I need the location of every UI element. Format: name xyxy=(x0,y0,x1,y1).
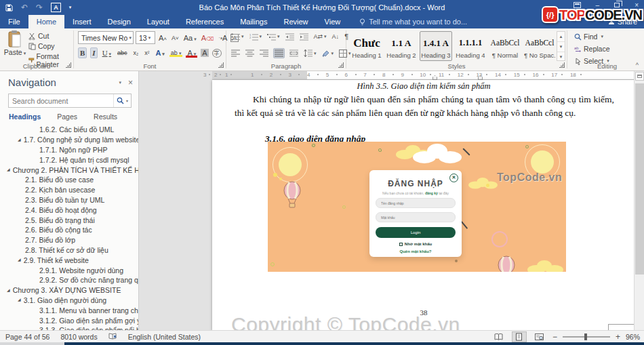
tab-layout[interactable]: Layout xyxy=(139,15,178,28)
align-left-icon[interactable] xyxy=(230,49,241,58)
copy-button[interactable]: Copy xyxy=(28,42,73,50)
change-case-button[interactable]: Aa xyxy=(182,33,198,43)
search-icon[interactable] xyxy=(117,97,124,104)
align-center-icon[interactable] xyxy=(245,49,255,58)
tab-review[interactable]: Review xyxy=(276,15,317,28)
scrollbar-thumb[interactable] xyxy=(635,83,644,275)
nav-tab-headings[interactable]: Headings xyxy=(9,113,41,121)
ruler-toggle-icon[interactable] xyxy=(635,72,644,81)
styles-dialog-launcher-icon[interactable] xyxy=(559,62,565,68)
font-color-icon[interactable]: A xyxy=(186,48,197,58)
text-effects-icon[interactable]: A xyxy=(154,48,165,58)
clear-formatting-icon[interactable]: A⌫ xyxy=(200,33,216,43)
style--normal[interactable]: AaBbCcl¶ Normal xyxy=(489,31,521,61)
zoom-slider-thumb[interactable] xyxy=(584,333,587,340)
align-right-icon[interactable] xyxy=(259,49,269,58)
paragraph-dialog-launcher-icon[interactable] xyxy=(338,62,344,68)
character-shading-icon[interactable]: A xyxy=(201,49,208,57)
nav-heading-item[interactable]: 3.1.2. Giao diện sản phẩm gợi ý xyxy=(0,315,138,325)
subscript-button[interactable]: x₂ xyxy=(132,49,140,57)
tab-home[interactable]: Home xyxy=(28,15,64,28)
styles-more-icon[interactable]: ▼ xyxy=(557,52,565,62)
read-mode-icon[interactable] xyxy=(491,331,506,342)
nav-heading-item[interactable]: ◢3.1. Giao diện người dùng xyxy=(0,296,138,306)
nav-heading-item[interactable]: 3.1.3. Giao diện sản phẩm nổi bật xyxy=(0,325,138,330)
highlight-color-icon[interactable]: ab xyxy=(169,49,183,57)
enclose-characters-icon[interactable]: 字 xyxy=(212,49,222,58)
superscript-button[interactable]: x² xyxy=(143,49,150,57)
navigation-pane-close-icon[interactable]: × xyxy=(128,78,133,87)
cut-button[interactable]: Cut xyxy=(28,32,73,40)
numbering-icon[interactable]: 12 xyxy=(249,33,263,41)
tab-references[interactable]: References xyxy=(178,15,232,28)
collapse-arrow-icon[interactable]: ◢ xyxy=(7,167,10,171)
styles-scroll-down-icon[interactable]: ▼ xyxy=(557,42,565,52)
collapse-arrow-icon[interactable]: ◢ xyxy=(7,287,10,292)
decrease-indent-icon[interactable] xyxy=(285,33,295,41)
nav-tab-pages[interactable]: Pages xyxy=(57,113,77,121)
line-spacing-icon[interactable] xyxy=(303,49,317,58)
shrink-font-button[interactable]: A˅ xyxy=(170,34,180,42)
navigation-pane-options-icon[interactable]: ▾ xyxy=(119,80,121,85)
search-options-caret-icon[interactable]: ▾ xyxy=(126,98,128,103)
zoom-in-icon[interactable]: + xyxy=(616,332,620,342)
document-page[interactable]: Hình 3.5. Giao diện tìm kiếm sản phẩm Kh… xyxy=(212,80,635,330)
style-heading-2[interactable]: 1.1 AHeading 2 xyxy=(385,31,418,61)
tab-insert[interactable]: Insert xyxy=(64,15,100,28)
style-heading-4[interactable]: 1.1.1.1Heading 4 xyxy=(454,31,487,61)
qat-customize-icon[interactable]: ▾ xyxy=(69,5,72,10)
nav-heading-item[interactable]: 2.5. Biểu đồ trạng thái xyxy=(0,215,138,225)
login-mockup-image[interactable]: ✕ ĐĂNG NHẬP Nếu bạn chưa có tài khoản, đ… xyxy=(268,142,566,272)
web-layout-icon[interactable] xyxy=(532,331,547,342)
nav-heading-item[interactable]: 1.7.1. Ngôn ngữ PHP xyxy=(0,145,138,155)
clipboard-dialog-launcher-icon[interactable] xyxy=(66,62,71,68)
nav-heading-item[interactable]: 1.6.2. Các biểu đồ UML xyxy=(0,125,138,135)
zoom-out-icon[interactable]: − xyxy=(552,332,557,342)
vertical-scrollbar[interactable] xyxy=(634,71,644,330)
nav-heading-item[interactable]: 2.1. Biểu đồ use case xyxy=(0,175,138,185)
strikethrough-button[interactable]: abc xyxy=(116,49,129,57)
paste-button[interactable]: Paste xyxy=(3,31,27,64)
nav-tab-results[interactable]: Results xyxy=(94,113,117,121)
horizontal-ruler[interactable]: 321123456789101112131415161718 xyxy=(139,71,634,80)
nav-heading-item[interactable]: 2.9.2. Sơ đồ chức năng trang quản trị xyxy=(0,275,138,285)
replace-button[interactable]: ab Replace xyxy=(574,45,610,53)
asian-layout-icon[interactable]: A⇄ xyxy=(313,33,327,41)
language-indicator[interactable]: English (United States) xyxy=(128,333,201,341)
collapse-arrow-icon[interactable]: ◢ xyxy=(18,297,21,302)
find-button[interactable]: Find xyxy=(574,33,610,41)
nav-heading-item[interactable]: ◢Chương 3. XÂY DỰNG WEBSITE xyxy=(0,285,138,296)
style-heading-1[interactable]: ChưcHeading 1 xyxy=(350,31,383,61)
italic-button[interactable]: I xyxy=(90,47,97,58)
zoom-level[interactable]: 96% xyxy=(626,333,640,341)
distribute-icon[interactable] xyxy=(289,49,299,58)
nav-heading-item[interactable]: 2.6. Biểu đồ cộng tác xyxy=(0,225,138,235)
sort-icon[interactable]: A↓ xyxy=(331,33,340,41)
proofing-status-icon[interactable] xyxy=(108,333,117,340)
search-input[interactable] xyxy=(9,97,113,105)
shading-icon[interactable] xyxy=(321,49,335,58)
collapse-arrow-icon[interactable]: ◢ xyxy=(18,257,21,262)
page-indicator[interactable]: Page 44 of 56 xyxy=(5,333,49,341)
grow-font-button[interactable]: A˄ xyxy=(157,33,168,43)
underline-button[interactable]: U xyxy=(101,48,113,58)
nav-heading-item[interactable]: 3.1.1. Menu và banner trang chủ xyxy=(0,305,138,315)
tab-file[interactable]: File xyxy=(0,15,28,28)
font-name-combo[interactable]: Times New Ro xyxy=(78,31,134,44)
nav-heading-item[interactable]: 2.7. Biểu đồ lớp xyxy=(0,235,138,245)
collapse-ribbon-icon[interactable]: ^ xyxy=(636,62,639,68)
navigation-search-box[interactable]: ▾ xyxy=(8,94,132,108)
nav-heading-item[interactable]: 2.8. Thiết kế cơ sở dữ liệu xyxy=(0,245,138,256)
nav-heading-item[interactable]: ◢Chương 2. PHÂN TÍCH VÀ THIẾT KẾ HỆ TH..… xyxy=(0,165,138,175)
style-heading-3[interactable]: 1.4.1 AHeading 3 xyxy=(420,31,452,61)
word-count[interactable]: 8010 words xyxy=(60,333,97,341)
multilevel-list-icon[interactable] xyxy=(266,33,281,41)
nav-heading-item[interactable]: ◢2.9. Thiết kế website xyxy=(0,255,138,265)
nav-heading-item[interactable]: 2.9.1. Website người dùng xyxy=(0,265,138,275)
style--no-spac-[interactable]: AaBbCcl¶ No Spac... xyxy=(523,31,556,61)
justify-icon[interactable] xyxy=(273,48,285,58)
bold-button[interactable]: B xyxy=(78,47,87,58)
print-layout-icon[interactable] xyxy=(512,331,527,342)
save-icon[interactable] xyxy=(5,4,13,12)
tab-mailings[interactable]: Mailings xyxy=(232,15,275,28)
